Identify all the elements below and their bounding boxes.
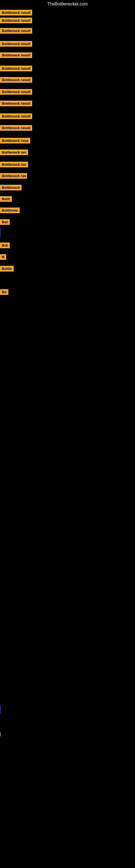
bottleneck-row-25: Bo (0, 287, 8, 297)
bottleneck-label-18: Bottlenec (0, 208, 20, 213)
vertical-line-1 (0, 229, 1, 237)
page-wrapper: TheBottlenecker.com Bottleneck result Bo… (0, 0, 135, 868)
bottleneck-row-2: Bottleneck result (0, 16, 32, 26)
bottleneck-label-23: Bottle (0, 266, 14, 272)
bottleneck-row-9: Bottleneck result (0, 98, 32, 108)
bottleneck-row-13: Bottleneck res (0, 147, 28, 157)
bottleneck-label-16: Bottleneck (0, 185, 21, 190)
bottleneck-label-10: Bottleneck result (0, 113, 32, 119)
bottleneck-row-10: Bottleneck result (0, 111, 32, 121)
vertical-line-3 (0, 733, 1, 736)
bottleneck-row-21: Bot (0, 240, 10, 250)
bottleneck-label-13: Bottleneck res (0, 150, 28, 155)
bottleneck-row-11: Bottleneck result (0, 123, 32, 133)
bottleneck-label-9: Bottleneck result (0, 101, 32, 106)
bottleneck-label-3: Bottleneck result (0, 28, 32, 34)
bottleneck-label-21: Bot (0, 243, 10, 248)
bottleneck-row-23: Bottle (0, 264, 14, 274)
bottleneck-label-5: Bottleneck result (0, 52, 32, 58)
bottleneck-row-14: Bottleneck res (0, 159, 28, 169)
bottleneck-label-4: Bottleneck result (0, 41, 32, 46)
vertical-line-2 (0, 705, 1, 713)
bottleneck-label-22: B (0, 254, 6, 260)
bottleneck-label-7: Bottleneck result (0, 77, 32, 83)
bottleneck-label-2: Bottleneck result (0, 18, 32, 23)
bottleneck-label-19: Bot (0, 219, 10, 225)
bottleneck-label-6: Bottleneck result (0, 66, 32, 71)
bottleneck-label-25: Bo (0, 289, 8, 295)
bottleneck-label-15: Bottleneck res (0, 173, 27, 179)
bottleneck-row-3: Bottleneck result (0, 26, 32, 36)
bottleneck-label-17: Bottl (0, 196, 12, 202)
bottleneck-row-17: Bottl (0, 194, 12, 204)
bottleneck-row-8: Bottleneck result (0, 87, 32, 97)
bottleneck-row-6: Bottleneck result (0, 63, 32, 73)
bottleneck-label-11: Bottleneck result (0, 125, 32, 131)
bottleneck-row-18: Bottlenec (0, 205, 20, 215)
bottleneck-label-1: Bottleneck result (0, 10, 32, 16)
bottleneck-row-5: Bottleneck result (0, 50, 32, 60)
bottleneck-row-16: Bottleneck (0, 183, 21, 193)
bottleneck-row-4: Bottleneck result (0, 39, 32, 49)
bottleneck-row-22: B (0, 252, 6, 262)
bottleneck-row-12: Bottleneck resu (0, 135, 30, 146)
bottleneck-label-8: Bottleneck result (0, 89, 32, 95)
bottleneck-label-12: Bottleneck resu (0, 138, 30, 144)
bottleneck-row-7: Bottleneck result (0, 75, 32, 85)
bottleneck-row-19: Bot (0, 217, 10, 227)
bottleneck-label-14: Bottleneck res (0, 162, 28, 167)
bottleneck-row-15: Bottleneck res (0, 171, 27, 181)
